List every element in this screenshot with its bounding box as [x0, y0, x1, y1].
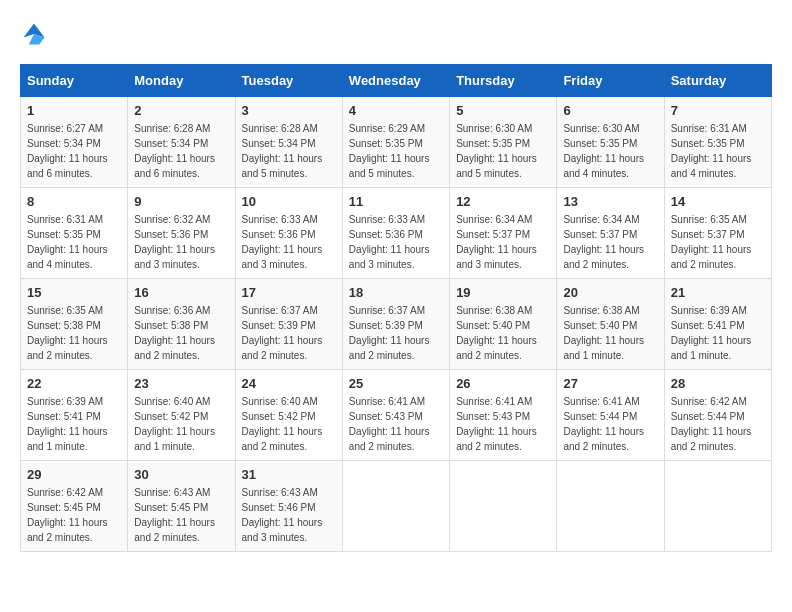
- calendar-week-3: 15 Sunrise: 6:35 AM Sunset: 5:38 PM Dayl…: [21, 279, 772, 370]
- day-info: Sunrise: 6:29 AM Sunset: 5:35 PM Dayligh…: [349, 121, 443, 181]
- day-info: Sunrise: 6:40 AM Sunset: 5:42 PM Dayligh…: [134, 394, 228, 454]
- calendar-cell: [557, 461, 664, 552]
- day-info: Sunrise: 6:27 AM Sunset: 5:34 PM Dayligh…: [27, 121, 121, 181]
- day-info: Sunrise: 6:31 AM Sunset: 5:35 PM Dayligh…: [27, 212, 121, 272]
- day-info: Sunrise: 6:40 AM Sunset: 5:42 PM Dayligh…: [242, 394, 336, 454]
- day-number: 23: [134, 376, 228, 391]
- calendar-cell: 14 Sunrise: 6:35 AM Sunset: 5:37 PM Dayl…: [664, 188, 771, 279]
- day-number: 14: [671, 194, 765, 209]
- day-info: Sunrise: 6:38 AM Sunset: 5:40 PM Dayligh…: [563, 303, 657, 363]
- calendar-cell: [664, 461, 771, 552]
- day-info: Sunrise: 6:35 AM Sunset: 5:38 PM Dayligh…: [27, 303, 121, 363]
- header: [20, 20, 772, 48]
- calendar-cell: 16 Sunrise: 6:36 AM Sunset: 5:38 PM Dayl…: [128, 279, 235, 370]
- calendar-cell: 25 Sunrise: 6:41 AM Sunset: 5:43 PM Dayl…: [342, 370, 449, 461]
- logo-icon: [20, 20, 48, 48]
- day-info: Sunrise: 6:34 AM Sunset: 5:37 PM Dayligh…: [456, 212, 550, 272]
- calendar-cell: 27 Sunrise: 6:41 AM Sunset: 5:44 PM Dayl…: [557, 370, 664, 461]
- header-day-wednesday: Wednesday: [342, 65, 449, 97]
- day-number: 28: [671, 376, 765, 391]
- day-number: 29: [27, 467, 121, 482]
- calendar-cell: 18 Sunrise: 6:37 AM Sunset: 5:39 PM Dayl…: [342, 279, 449, 370]
- header-day-friday: Friday: [557, 65, 664, 97]
- calendar-cell: 31 Sunrise: 6:43 AM Sunset: 5:46 PM Dayl…: [235, 461, 342, 552]
- day-info: Sunrise: 6:30 AM Sunset: 5:35 PM Dayligh…: [456, 121, 550, 181]
- day-number: 6: [563, 103, 657, 118]
- day-info: Sunrise: 6:43 AM Sunset: 5:46 PM Dayligh…: [242, 485, 336, 545]
- calendar-cell: 12 Sunrise: 6:34 AM Sunset: 5:37 PM Dayl…: [450, 188, 557, 279]
- calendar-cell: 30 Sunrise: 6:43 AM Sunset: 5:45 PM Dayl…: [128, 461, 235, 552]
- calendar-week-4: 22 Sunrise: 6:39 AM Sunset: 5:41 PM Dayl…: [21, 370, 772, 461]
- day-info: Sunrise: 6:38 AM Sunset: 5:40 PM Dayligh…: [456, 303, 550, 363]
- day-info: Sunrise: 6:36 AM Sunset: 5:38 PM Dayligh…: [134, 303, 228, 363]
- calendar-cell: 28 Sunrise: 6:42 AM Sunset: 5:44 PM Dayl…: [664, 370, 771, 461]
- day-number: 27: [563, 376, 657, 391]
- calendar-cell: 2 Sunrise: 6:28 AM Sunset: 5:34 PM Dayli…: [128, 97, 235, 188]
- calendar-cell: [342, 461, 449, 552]
- day-number: 7: [671, 103, 765, 118]
- day-info: Sunrise: 6:39 AM Sunset: 5:41 PM Dayligh…: [27, 394, 121, 454]
- calendar-header: SundayMondayTuesdayWednesdayThursdayFrid…: [21, 65, 772, 97]
- calendar-cell: 22 Sunrise: 6:39 AM Sunset: 5:41 PM Dayl…: [21, 370, 128, 461]
- day-number: 26: [456, 376, 550, 391]
- day-number: 5: [456, 103, 550, 118]
- day-info: Sunrise: 6:33 AM Sunset: 5:36 PM Dayligh…: [242, 212, 336, 272]
- day-info: Sunrise: 6:33 AM Sunset: 5:36 PM Dayligh…: [349, 212, 443, 272]
- day-number: 17: [242, 285, 336, 300]
- day-info: Sunrise: 6:39 AM Sunset: 5:41 PM Dayligh…: [671, 303, 765, 363]
- day-number: 21: [671, 285, 765, 300]
- day-number: 4: [349, 103, 443, 118]
- calendar-cell: 21 Sunrise: 6:39 AM Sunset: 5:41 PM Dayl…: [664, 279, 771, 370]
- day-info: Sunrise: 6:31 AM Sunset: 5:35 PM Dayligh…: [671, 121, 765, 181]
- day-info: Sunrise: 6:41 AM Sunset: 5:43 PM Dayligh…: [456, 394, 550, 454]
- day-info: Sunrise: 6:41 AM Sunset: 5:43 PM Dayligh…: [349, 394, 443, 454]
- calendar-table: SundayMondayTuesdayWednesdayThursdayFrid…: [20, 64, 772, 552]
- calendar-cell: 8 Sunrise: 6:31 AM Sunset: 5:35 PM Dayli…: [21, 188, 128, 279]
- calendar-cell: [450, 461, 557, 552]
- day-number: 15: [27, 285, 121, 300]
- day-info: Sunrise: 6:42 AM Sunset: 5:44 PM Dayligh…: [671, 394, 765, 454]
- calendar-week-2: 8 Sunrise: 6:31 AM Sunset: 5:35 PM Dayli…: [21, 188, 772, 279]
- day-info: Sunrise: 6:34 AM Sunset: 5:37 PM Dayligh…: [563, 212, 657, 272]
- day-number: 31: [242, 467, 336, 482]
- calendar-cell: 9 Sunrise: 6:32 AM Sunset: 5:36 PM Dayli…: [128, 188, 235, 279]
- day-info: Sunrise: 6:28 AM Sunset: 5:34 PM Dayligh…: [242, 121, 336, 181]
- calendar-week-1: 1 Sunrise: 6:27 AM Sunset: 5:34 PM Dayli…: [21, 97, 772, 188]
- calendar-cell: 4 Sunrise: 6:29 AM Sunset: 5:35 PM Dayli…: [342, 97, 449, 188]
- calendar-cell: 20 Sunrise: 6:38 AM Sunset: 5:40 PM Dayl…: [557, 279, 664, 370]
- day-info: Sunrise: 6:43 AM Sunset: 5:45 PM Dayligh…: [134, 485, 228, 545]
- calendar-cell: 23 Sunrise: 6:40 AM Sunset: 5:42 PM Dayl…: [128, 370, 235, 461]
- header-day-saturday: Saturday: [664, 65, 771, 97]
- header-row: SundayMondayTuesdayWednesdayThursdayFrid…: [21, 65, 772, 97]
- day-number: 30: [134, 467, 228, 482]
- day-info: Sunrise: 6:37 AM Sunset: 5:39 PM Dayligh…: [242, 303, 336, 363]
- day-number: 12: [456, 194, 550, 209]
- day-info: Sunrise: 6:37 AM Sunset: 5:39 PM Dayligh…: [349, 303, 443, 363]
- calendar-week-5: 29 Sunrise: 6:42 AM Sunset: 5:45 PM Dayl…: [21, 461, 772, 552]
- day-number: 18: [349, 285, 443, 300]
- day-info: Sunrise: 6:32 AM Sunset: 5:36 PM Dayligh…: [134, 212, 228, 272]
- day-info: Sunrise: 6:30 AM Sunset: 5:35 PM Dayligh…: [563, 121, 657, 181]
- day-number: 20: [563, 285, 657, 300]
- logo: [20, 20, 52, 48]
- day-number: 10: [242, 194, 336, 209]
- day-number: 19: [456, 285, 550, 300]
- header-day-thursday: Thursday: [450, 65, 557, 97]
- calendar-cell: 29 Sunrise: 6:42 AM Sunset: 5:45 PM Dayl…: [21, 461, 128, 552]
- day-info: Sunrise: 6:35 AM Sunset: 5:37 PM Dayligh…: [671, 212, 765, 272]
- calendar-cell: 24 Sunrise: 6:40 AM Sunset: 5:42 PM Dayl…: [235, 370, 342, 461]
- day-number: 11: [349, 194, 443, 209]
- day-number: 2: [134, 103, 228, 118]
- calendar-cell: 19 Sunrise: 6:38 AM Sunset: 5:40 PM Dayl…: [450, 279, 557, 370]
- calendar-cell: 15 Sunrise: 6:35 AM Sunset: 5:38 PM Dayl…: [21, 279, 128, 370]
- header-day-monday: Monday: [128, 65, 235, 97]
- calendar-body: 1 Sunrise: 6:27 AM Sunset: 5:34 PM Dayli…: [21, 97, 772, 552]
- calendar-cell: 5 Sunrise: 6:30 AM Sunset: 5:35 PM Dayli…: [450, 97, 557, 188]
- day-number: 24: [242, 376, 336, 391]
- calendar-cell: 3 Sunrise: 6:28 AM Sunset: 5:34 PM Dayli…: [235, 97, 342, 188]
- header-day-tuesday: Tuesday: [235, 65, 342, 97]
- day-info: Sunrise: 6:41 AM Sunset: 5:44 PM Dayligh…: [563, 394, 657, 454]
- day-number: 8: [27, 194, 121, 209]
- day-number: 13: [563, 194, 657, 209]
- calendar-cell: 17 Sunrise: 6:37 AM Sunset: 5:39 PM Dayl…: [235, 279, 342, 370]
